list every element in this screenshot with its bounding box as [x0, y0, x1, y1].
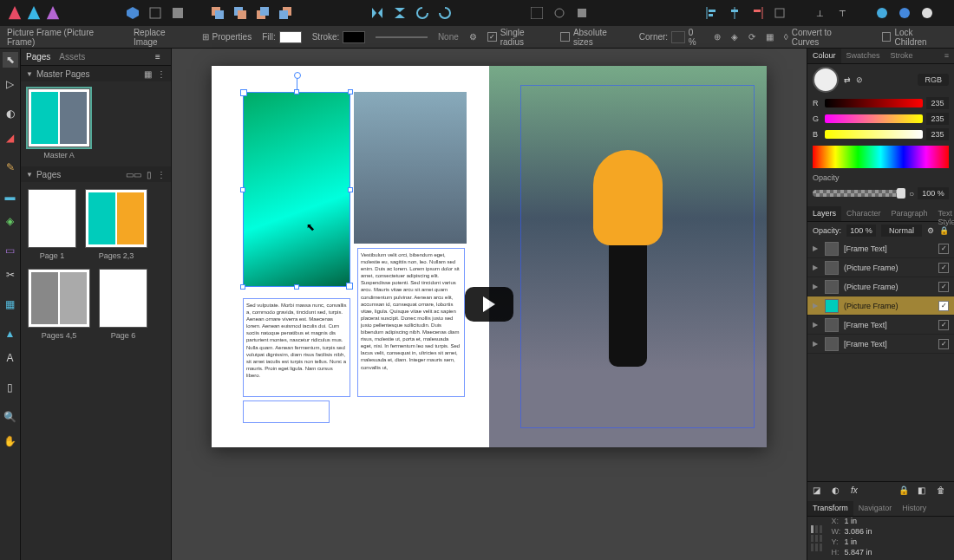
view-grid-icon[interactable]: ▦ — [144, 69, 152, 79]
fill-tool[interactable]: ▬ — [3, 189, 18, 205]
tab-history[interactable]: History — [897, 501, 931, 516]
align-left-icon[interactable] — [704, 5, 720, 21]
fill-control[interactable]: Fill: — [262, 31, 302, 43]
tab-assets[interactable]: Assets — [59, 52, 85, 62]
options-icon[interactable]: ⋮ — [157, 69, 166, 79]
resource-icon[interactable] — [897, 5, 912, 21]
tab-navigator[interactable]: Navigator — [853, 501, 898, 516]
g-slider[interactable] — [825, 114, 923, 123]
transform-mode-icon[interactable]: ◈ — [731, 32, 738, 42]
visibility-checkbox[interactable] — [938, 282, 949, 292]
tab-character[interactable]: Character — [841, 206, 886, 221]
visibility-checkbox[interactable] — [938, 301, 949, 311]
tab-colour[interactable]: Colour — [807, 49, 841, 63]
layer-opacity-input[interactable]: 100 % — [846, 225, 876, 237]
tab-swatches[interactable]: Swatches — [841, 49, 885, 63]
arrange-backward-icon[interactable] — [232, 5, 248, 21]
layer-item[interactable]: ▶[Frame Text] — [807, 335, 954, 354]
blend-mode-select[interactable]: Normal — [881, 225, 922, 237]
facing-icon[interactable]: ▭▭ — [126, 170, 141, 179]
visibility-checkbox[interactable] — [938, 339, 949, 349]
opacity-slider[interactable] — [813, 190, 905, 197]
fx-icon[interactable]: ⚙ — [927, 226, 934, 235]
visibility-checkbox[interactable] — [938, 320, 949, 330]
place-tool[interactable]: ▭ — [3, 243, 18, 258]
underline-icon[interactable]: ⊤ — [834, 5, 850, 21]
mask-icon[interactable]: ◪ — [813, 485, 825, 498]
layer-item[interactable]: ▶[Frame Text] — [807, 316, 954, 335]
adjustment-icon[interactable]: ◐ — [832, 485, 844, 498]
play-button[interactable] — [465, 287, 513, 322]
layer-item[interactable]: ▶(Picture Frame) — [807, 277, 954, 296]
fill-well[interactable] — [813, 67, 839, 93]
tab-stroke[interactable]: Stroke — [885, 49, 918, 63]
layer-item[interactable]: ▶[Frame Text] — [807, 239, 954, 258]
panel-menu-icon[interactable]: ≡ — [939, 49, 954, 63]
h-input[interactable]: 5.847 in — [844, 548, 872, 557]
canvas[interactable]: ⬉ Sed vulputate. Morbi massa nunc, conva… — [172, 49, 807, 560]
help-icon[interactable] — [919, 5, 935, 21]
master-pages-header[interactable]: ▼Master Pages ▦⋮ — [21, 66, 171, 81]
align-center-icon[interactable] — [727, 5, 742, 21]
transform-origin-icon[interactable]: ⊕ — [714, 32, 721, 42]
b-slider[interactable] — [825, 130, 923, 139]
tab-transform[interactable]: Transform — [807, 501, 853, 516]
anchor-grid[interactable] — [811, 525, 822, 551]
options-icon[interactable]: ⋮ — [157, 170, 166, 179]
pixel-icon[interactable] — [170, 5, 186, 21]
shape-tool[interactable]: ▲ — [3, 326, 18, 342]
tab-layers[interactable]: Layers — [807, 206, 841, 221]
text-frame-2[interactable]: Vestibulum velit orci, bibendum eget, mo… — [357, 248, 465, 397]
node-tool[interactable]: ▷ — [3, 76, 18, 92]
gear-icon[interactable]: ⚙ — [469, 32, 477, 42]
shape-hex-icon[interactable] — [125, 5, 140, 21]
panel-menu-icon[interactable]: ≡ — [155, 52, 166, 62]
convert-curves-button[interactable]: ◊Convert to Curves — [784, 28, 861, 47]
frame-text-tool[interactable]: ▯ — [3, 380, 18, 395]
x-input[interactable]: 1 in — [844, 517, 857, 525]
baseline-icon[interactable]: ⊥ — [812, 5, 827, 21]
move-tool[interactable]: ⬉ — [3, 52, 18, 68]
lock-children-checkbox[interactable]: Lock Children — [882, 28, 948, 47]
align-icon[interactable]: ▦ — [766, 32, 774, 42]
vector-icon[interactable] — [147, 5, 163, 21]
arrange-back-icon[interactable] — [210, 5, 225, 21]
pan-tool[interactable]: ✋ — [3, 433, 18, 449]
replace-image-button[interactable]: Replace Image — [134, 28, 192, 47]
page-thumb[interactable] — [99, 269, 147, 328]
rotate-cw-icon[interactable] — [437, 5, 453, 21]
none-icon[interactable]: ⊘ — [856, 75, 863, 84]
stroke-control[interactable]: Stroke: — [312, 31, 366, 43]
picture-frame-2[interactable] — [354, 92, 467, 244]
swap-icon[interactable]: ⇄ — [844, 75, 851, 84]
arrange-front-icon[interactable] — [278, 5, 293, 21]
crop-tool[interactable]: ✂ — [3, 267, 18, 283]
colour-mode-select[interactable]: RGB — [918, 74, 949, 86]
r-slider[interactable] — [825, 99, 923, 107]
opacity-circle-icon[interactable]: ○ — [909, 189, 914, 199]
gradient-tool[interactable]: ◢ — [3, 130, 18, 146]
tag-icon[interactable]: ◧ — [918, 485, 930, 498]
text-frame-1[interactable]: Sed vulputate. Morbi massa nunc, convall… — [243, 298, 350, 397]
layer-item[interactable]: ▶(Picture Frame) — [807, 258, 954, 277]
rotate-ccw-icon[interactable] — [415, 5, 430, 21]
align-right-icon[interactable] — [749, 5, 765, 21]
snap-icon[interactable] — [529, 5, 545, 21]
lock-icon[interactable]: 🔒 — [898, 485, 911, 498]
master-thumb[interactable] — [28, 88, 90, 147]
tab-paragraph[interactable]: Paragraph — [886, 206, 933, 221]
tab-pages[interactable]: Pages — [26, 52, 50, 62]
tab-textstyles[interactable]: Text Styles — [933, 206, 954, 221]
hue-strip[interactable] — [813, 146, 949, 168]
preflight-icon[interactable] — [874, 5, 890, 21]
fx-icon[interactable]: fx — [851, 485, 863, 498]
single-icon[interactable]: ▯ — [147, 170, 152, 179]
single-radius-checkbox[interactable]: Single radius — [487, 28, 550, 47]
stroke-width-slider[interactable] — [376, 36, 427, 38]
preview-icon[interactable] — [552, 5, 567, 21]
w-input[interactable]: 3.086 in — [844, 527, 872, 536]
colour-picker-tool[interactable]: ◐ — [3, 106, 18, 121]
page-thumb[interactable] — [85, 189, 147, 248]
page-thumb[interactable] — [28, 269, 90, 328]
zoom-tool[interactable]: 🔍 — [3, 409, 18, 425]
